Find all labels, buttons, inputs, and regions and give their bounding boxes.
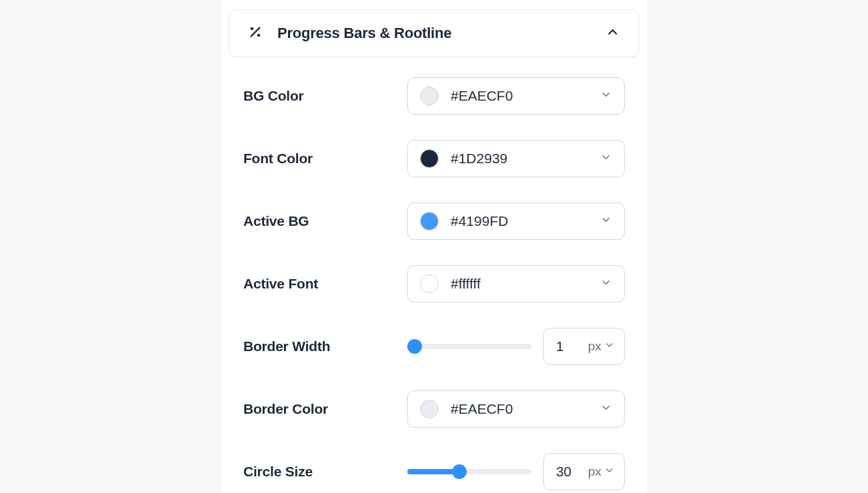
slider-group-border-width: 1 px	[407, 328, 625, 365]
swatch-active-font	[420, 274, 439, 293]
svg-point-2	[257, 34, 261, 37]
unit-text-border-width: px	[588, 339, 601, 354]
number-value-border-width: 1	[556, 338, 579, 354]
setting-row-bg-color: BG Color #EAECF0	[243, 77, 625, 115]
chevron-down-icon	[600, 276, 612, 291]
number-box-circle-size[interactable]: 30 px	[543, 453, 625, 490]
chevron-down-icon	[600, 214, 612, 229]
color-picker-bg-color[interactable]: #EAECF0	[407, 77, 625, 115]
setting-row-active-font: Active Font #ffffff	[243, 265, 625, 302]
accordion-header-progress-bars[interactable]: Progress Bars & Rootline	[229, 9, 639, 57]
slider-thumb-circle-size[interactable]	[452, 464, 467, 479]
label-bg-color: BG Color	[243, 88, 303, 104]
color-value-bg-color: #EAECF0	[451, 88, 588, 104]
color-picker-active-font[interactable]: #ffffff	[407, 265, 625, 302]
swatch-font-color	[420, 149, 439, 168]
label-border-color: Border Color	[243, 401, 328, 417]
percent-icon	[248, 25, 263, 42]
color-value-active-font: #ffffff	[451, 276, 588, 292]
label-active-font: Active Font	[243, 276, 318, 292]
label-active-bg: Active BG	[243, 213, 309, 229]
unit-select-circle-size[interactable]: px	[588, 464, 615, 479]
slider-circle-size[interactable]	[407, 469, 531, 474]
chevron-down-icon	[600, 402, 612, 416]
accordion-header-left: Progress Bars & Rootline	[248, 25, 451, 42]
setting-row-font-color: Font Color #1D2939	[243, 140, 625, 177]
swatch-active-bg	[420, 212, 439, 231]
label-font-color: Font Color	[243, 151, 313, 167]
settings-panel: Progress Bars & Rootline BG Color #EAECF…	[221, 0, 647, 493]
unit-text-circle-size: px	[588, 464, 601, 479]
unit-select-border-width[interactable]: px	[588, 339, 615, 354]
label-border-width: Border Width	[243, 338, 330, 354]
setting-row-border-color: Border Color #EAECF0	[243, 390, 625, 428]
chevron-down-icon	[600, 151, 612, 166]
color-value-font-color: #1D2939	[451, 151, 588, 167]
color-picker-active-bg[interactable]: #4199FD	[407, 203, 625, 240]
label-circle-size: Circle Size	[243, 464, 313, 480]
swatch-bg-color	[420, 87, 439, 105]
setting-row-active-bg: Active BG #4199FD	[243, 203, 625, 240]
color-picker-font-color[interactable]: #1D2939	[407, 140, 625, 177]
color-value-border-color: #EAECF0	[451, 401, 588, 417]
accordion-title: Progress Bars & Rootline	[277, 25, 451, 42]
chevron-up-icon	[605, 25, 620, 42]
number-value-circle-size: 30	[556, 464, 579, 480]
setting-row-border-width: Border Width 1 px	[243, 328, 625, 365]
swatch-border-color	[420, 400, 439, 418]
number-box-border-width[interactable]: 1 px	[543, 328, 625, 365]
svg-point-1	[251, 27, 254, 31]
chevron-down-icon	[600, 89, 612, 103]
color-picker-border-color[interactable]: #EAECF0	[407, 390, 625, 428]
settings-body: BG Color #EAECF0 Font Color #1D2939	[221, 57, 647, 493]
color-value-active-bg: #4199FD	[451, 213, 588, 229]
slider-border-width[interactable]	[407, 344, 531, 349]
setting-row-circle-size: Circle Size 30 px	[243, 453, 625, 490]
slider-thumb-border-width[interactable]	[407, 339, 422, 354]
slider-group-circle-size: 30 px	[407, 453, 625, 490]
chevron-down-icon	[604, 465, 615, 478]
chevron-down-icon	[604, 340, 615, 353]
